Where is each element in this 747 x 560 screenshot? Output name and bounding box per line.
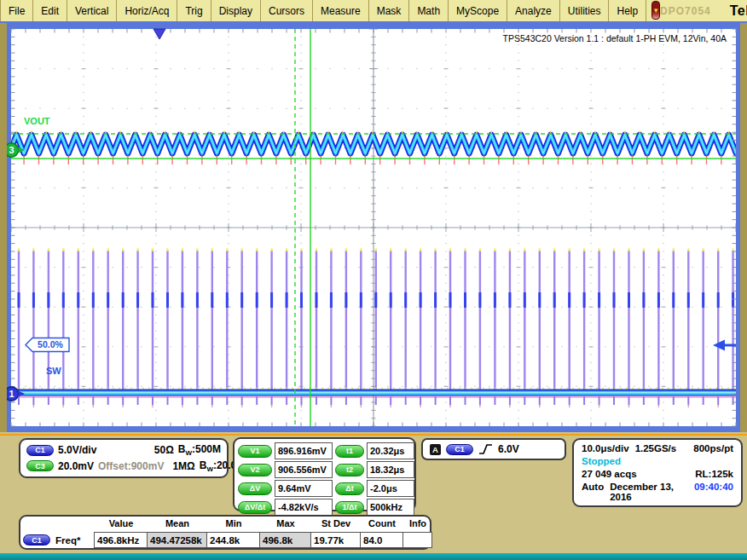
cursor-t2-value: 18.32μs (367, 461, 414, 478)
measurement-table-panel: ValueMeanMinMaxSt DevCountInfo C1Freq*49… (19, 515, 431, 550)
cursor-dvdt-value: -4.82kV/s (275, 499, 333, 516)
table-cell-2: 244.8k (206, 532, 260, 548)
menu-item-analyze[interactable]: Analyze (507, 0, 560, 21)
table-cell-1: 494.47258k (147, 532, 207, 548)
table-header-min: Min (207, 518, 260, 532)
menu-item-vertical[interactable]: Vertical (67, 0, 117, 21)
menu-item-myscope[interactable]: MyScope (449, 0, 507, 21)
horizontal-readout-panel: 10.0μs/div 1.25GS/s 800ps/pt Stopped 27 … (572, 438, 743, 507)
sample-resolution: 800ps/pt (693, 443, 733, 453)
table-header-value: Value (95, 518, 148, 532)
menu-bar: FileEditVerticalHoriz/AcqTrigDisplayCurs… (0, 0, 747, 23)
cursor-dt-badge: Δt (335, 482, 364, 495)
menu-item-measure[interactable]: Measure (313, 0, 369, 21)
menu-item-utilities[interactable]: Utilities (560, 0, 610, 21)
vout-label: VOUT (24, 116, 50, 126)
trigger-readout-panel: A C1 6.0V (421, 438, 566, 460)
cursor-invdt-value: 500kHz (367, 499, 414, 516)
measurement-table-header: ValueMeanMinMaxSt DevCountInfo (23, 518, 430, 532)
menu-item-trig[interactable]: Trig (177, 0, 211, 21)
menu-item-math[interactable]: Math (409, 0, 449, 21)
trigger-source-badge[interactable]: C1 (446, 444, 473, 455)
menu-item-mask[interactable]: Mask (369, 0, 410, 21)
cursor-dv-value: 9.64mV (275, 480, 333, 497)
table-cell-0: 496.8kHz (94, 532, 148, 548)
acquisition-status: Stopped (582, 456, 621, 466)
ch1-bandwidth: BW:500M (178, 443, 221, 457)
ch1-scale: 5.0V/div (58, 444, 96, 456)
cursor-dv-badge: ΔV (238, 482, 272, 495)
waveform-display[interactable]: 31 TPS543C20 Version 1.1 : default 1-PH … (7, 23, 740, 432)
oscilloscope-screen: FileEditVerticalHoriz/AcqTrigDisplayCurs… (0, 0, 747, 560)
cursor-v2-badge: V2 (238, 464, 272, 476)
date-label: December 13, 2016 (610, 482, 694, 502)
table-header-max: Max (260, 518, 311, 532)
ch3-termination: 1MΩ (172, 460, 194, 472)
rising-edge-icon (478, 443, 493, 455)
menu-item-cursors[interactable]: Cursors (261, 0, 313, 21)
left-frame (0, 23, 7, 432)
tek-logo: Tek (730, 3, 747, 19)
trigger-a-badge: A (430, 444, 441, 455)
menu-item-horiz-acq[interactable]: Horiz/Acq (117, 0, 177, 21)
menu-items: FileEditVerticalHoriz/AcqTrigDisplayCurs… (0, 0, 646, 21)
menu-item-help[interactable]: Help (609, 0, 646, 21)
cursor-v1-value: 896.916mV (275, 442, 333, 459)
menu-item-edit[interactable]: Edit (33, 0, 67, 21)
trigger-mode: Auto (582, 482, 604, 492)
separator-line (0, 434, 747, 436)
table-header-info: Info (403, 518, 432, 532)
cursor-t2-badge: t2 (335, 464, 364, 476)
menu-item-display[interactable]: Display (211, 0, 261, 21)
ch3-readout[interactable]: C3 20.0mV Offset:900mV 1MΩ BW:20.0M (26, 459, 221, 473)
ch1-termination: 50Ω (154, 444, 174, 456)
ch3-reference-marker-digit: 3 (9, 145, 14, 155)
measurement-table-row: C1Freq*496.8kHz494.47258k244.8k496.8k19.… (23, 532, 430, 548)
ch1-readout[interactable]: C1 5.0V/div 50Ω BW:500M (26, 443, 221, 457)
model-label: DPO7054 (660, 5, 711, 17)
table-header-count: Count (361, 518, 403, 532)
menu-item-file[interactable]: File (0, 0, 33, 21)
horizontal-scale: 10.0μs/div (582, 443, 629, 453)
annotation-text: TPS543C20 Version 1.1 : default 1-PH EVM… (503, 33, 727, 43)
table-row-name: Freq* (55, 535, 80, 546)
record-length: RL:125k (695, 469, 733, 479)
menu-overflow-button[interactable]: ▼ (651, 1, 660, 20)
cursor-t1-value: 20.32μs (367, 442, 414, 459)
ch3-offset: Offset:900mV (98, 460, 164, 472)
table-row-channel-badge[interactable]: C1 (23, 534, 50, 546)
table-cell-5: 84.0 (360, 532, 403, 548)
trigger-position-tag[interactable]: 50.0% (33, 339, 67, 349)
down-triangle-icon: ▼ (652, 7, 659, 14)
trigger-level: 6.0V (498, 443, 519, 455)
sw-label: SW (46, 366, 61, 376)
cursor-dvdt-badge: ΔV/Δt (238, 501, 272, 514)
sample-rate: 1.25GS/s (635, 443, 677, 453)
ch3-scale: 20.0mV (58, 460, 94, 472)
table-cell-3: 496.8k (259, 532, 311, 548)
ch1-reference-marker-digit: 1 (9, 389, 14, 399)
cursor-t1-badge: t1 (335, 445, 364, 458)
cursor-dt-value: -2.0μs (367, 480, 414, 497)
bottom-edge-bar (0, 553, 747, 560)
ch1-badge[interactable]: C1 (26, 445, 54, 456)
channel-readout-panel: C1 5.0V/div 50Ω BW:500M C3 20.0mV Offset… (19, 438, 229, 478)
time-label: 09:40:40 (694, 482, 733, 492)
cursor-v1-badge: V1 (238, 445, 272, 458)
table-cell-6 (402, 532, 432, 548)
ch3-badge[interactable]: C3 (26, 460, 54, 471)
scope-graticule: 31 (7, 23, 740, 432)
cursor-invdt-badge: 1/Δt (335, 501, 364, 514)
acquisition-count: 27 049 acqs (582, 469, 637, 479)
table-cell-4: 19.77k (310, 532, 361, 548)
cursor-readout-panel: V1896.916mVt120.32μsV2906.556mVt218.32μs… (233, 437, 416, 511)
right-frame (740, 23, 747, 432)
cursor-v2-value: 906.556mV (275, 461, 333, 478)
table-header-st-dev: St Dev (311, 518, 361, 532)
table-header-mean: Mean (148, 518, 207, 532)
